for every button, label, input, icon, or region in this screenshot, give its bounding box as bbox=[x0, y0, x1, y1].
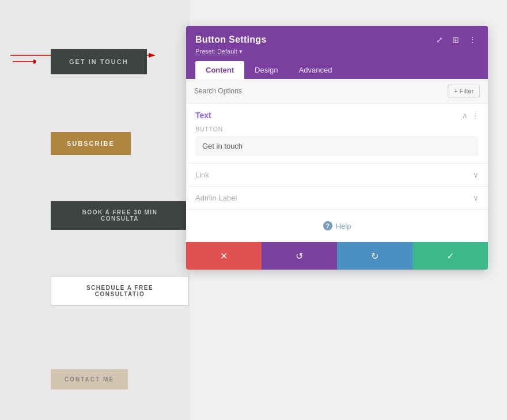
admin-label-section-header[interactable]: Admin Label ∨ bbox=[195, 194, 479, 202]
help-row[interactable]: ? Help bbox=[186, 210, 488, 242]
admin-expand-icon[interactable]: ∨ bbox=[473, 194, 479, 202]
more-icon: ⋮ bbox=[468, 35, 476, 44]
link-section-icons: ∨ bbox=[473, 171, 479, 179]
link-section: Link ∨ bbox=[186, 164, 488, 187]
fullscreen-icon: ⤢ bbox=[436, 35, 443, 44]
collapse-icon[interactable]: ∧ bbox=[462, 111, 468, 120]
schedule-button[interactable]: SCHEDULE A FREE CONSULTATIO bbox=[51, 276, 189, 306]
svg-marker-3 bbox=[33, 59, 36, 64]
button-settings-panel: Button Settings ⤢ ⊞ ⋮ Preset: Default ▾ … bbox=[186, 26, 488, 270]
link-section-header[interactable]: Link ∨ bbox=[195, 171, 479, 179]
undo-button[interactable]: ↺ bbox=[262, 242, 337, 270]
side-arrow-indicator bbox=[13, 57, 36, 66]
redo-icon: ↻ bbox=[371, 251, 379, 262]
panel-header: Button Settings ⤢ ⊞ ⋮ Preset: Default ▾ … bbox=[186, 26, 488, 79]
undo-icon: ↺ bbox=[296, 251, 303, 262]
text-section: Text ∧ ⋮ Button bbox=[186, 104, 488, 164]
redo-button[interactable]: ↻ bbox=[337, 242, 413, 270]
side-arrow-svg bbox=[13, 57, 36, 66]
columns-icon: ⊞ bbox=[452, 35, 459, 44]
panel-header-icons: ⤢ ⊞ ⋮ bbox=[434, 34, 479, 46]
preset-label[interactable]: Preset: Default ▾ bbox=[195, 48, 479, 55]
button-field-label: Button bbox=[195, 126, 479, 133]
panel-title: Button Settings bbox=[195, 35, 267, 45]
save-button[interactable]: ✓ bbox=[413, 242, 488, 270]
text-section-more-icon[interactable]: ⋮ bbox=[471, 111, 479, 120]
fullscreen-icon-button[interactable]: ⤢ bbox=[434, 34, 445, 46]
book-button[interactable]: BOOK A FREE 30 MIN CONSULTA bbox=[51, 201, 189, 230]
text-section-icons: ∧ ⋮ bbox=[462, 111, 479, 120]
book-row: BOOK A FREE 30 MIN CONSULTA bbox=[0, 201, 190, 230]
text-section-title: Text bbox=[195, 111, 211, 120]
link-section-title: Link bbox=[195, 171, 209, 179]
text-section-header[interactable]: Text ∧ ⋮ bbox=[195, 111, 479, 120]
cancel-icon: ✕ bbox=[220, 251, 228, 262]
tab-content[interactable]: Content bbox=[195, 61, 244, 79]
subscribe-button[interactable]: SUBSCRIBE bbox=[51, 132, 131, 155]
more-icon-button[interactable]: ⋮ bbox=[466, 34, 479, 46]
columns-icon-button[interactable]: ⊞ bbox=[450, 34, 461, 46]
help-label: Help bbox=[336, 222, 351, 230]
subscribe-row: SUBSCRIBE bbox=[0, 132, 190, 155]
panel-tabs: Content Design Advanced bbox=[195, 61, 479, 79]
admin-label-section: Admin Label ∨ bbox=[186, 187, 488, 210]
contact-button[interactable]: CONTACT ME bbox=[51, 369, 128, 389]
get-in-touch-row: GET IN TOUCH bbox=[0, 49, 190, 74]
tab-advanced[interactable]: Advanced bbox=[289, 61, 343, 79]
schedule-row: SCHEDULE A FREE CONSULTATIO bbox=[0, 276, 190, 306]
save-icon: ✓ bbox=[447, 251, 454, 262]
get-in-touch-button[interactable]: GET IN TOUCH bbox=[51, 49, 147, 74]
panel-body: + Filter Text ∧ ⋮ Button Link ∨ bbox=[186, 79, 488, 242]
cancel-button[interactable]: ✕ bbox=[186, 242, 262, 270]
filter-button[interactable]: + Filter bbox=[448, 85, 480, 97]
panel-title-row: Button Settings ⤢ ⊞ ⋮ bbox=[195, 34, 479, 46]
search-input[interactable] bbox=[194, 87, 443, 95]
canvas-area: GET IN TOUCH SUBSCRIBE BOOK A FREE 30 MI… bbox=[0, 0, 190, 420]
link-expand-icon[interactable]: ∨ bbox=[473, 171, 479, 179]
contact-row: CONTACT ME bbox=[0, 369, 190, 389]
panel-footer: ✕ ↺ ↻ ✓ bbox=[186, 242, 488, 270]
admin-label-title: Admin Label bbox=[195, 194, 237, 202]
button-text-input[interactable] bbox=[195, 136, 479, 156]
admin-label-section-icons: ∨ bbox=[473, 194, 479, 202]
tab-design[interactable]: Design bbox=[244, 61, 288, 79]
help-icon: ? bbox=[323, 221, 332, 230]
search-filter-row: + Filter bbox=[186, 79, 488, 104]
